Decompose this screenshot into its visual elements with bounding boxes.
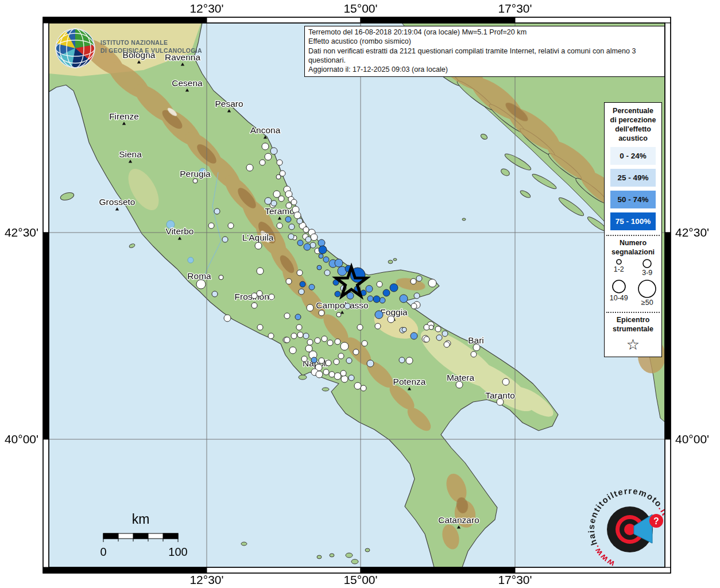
- report-point: [305, 345, 312, 352]
- report-point: [246, 164, 253, 171]
- report-point: [307, 339, 313, 345]
- report-point: [411, 332, 417, 339]
- legend-swatch-1: 25 - 49%: [610, 169, 656, 187]
- report-point: [336, 312, 341, 317]
- legend-size-label: ≥50: [633, 299, 662, 307]
- report-point: [228, 223, 234, 229]
- epicenter-star-glyph: ☆: [605, 337, 661, 352]
- axis-label-left: 42°30': [5, 226, 38, 239]
- report-point: [429, 325, 433, 330]
- report-point: [354, 382, 361, 389]
- report-point: [383, 289, 390, 296]
- report-point: [473, 344, 480, 351]
- report-point: [329, 372, 335, 377]
- report-point: [367, 296, 373, 301]
- report-point: [322, 336, 327, 342]
- earthquake-info-box: Terremoto del 16-08-2018 20:19:04 (ora l…: [304, 26, 665, 77]
- report-point: [400, 295, 408, 303]
- report-point: [428, 279, 436, 287]
- city-label-cesena: Cesena: [172, 78, 203, 88]
- report-point: [296, 324, 302, 330]
- city-label-roma: Roma: [187, 271, 211, 281]
- report-point: [319, 358, 324, 363]
- report-point: [324, 270, 330, 276]
- city-label-potenza: Potenza: [393, 377, 426, 386]
- report-point: [435, 326, 441, 332]
- report-point: [307, 304, 313, 311]
- city-label-catanzaro: Catanzaro: [438, 515, 479, 525]
- report-point: [300, 281, 305, 287]
- report-point: [502, 378, 509, 385]
- report-point: [268, 333, 274, 339]
- report-point: [362, 341, 367, 346]
- report-point: [317, 265, 322, 270]
- report-point: [326, 360, 331, 366]
- report-point: [278, 196, 284, 202]
- report-point: [295, 314, 301, 320]
- report-point: [388, 316, 394, 323]
- report-point: [251, 303, 257, 308]
- report-point: [406, 357, 413, 364]
- legend-size-label: 3-9: [633, 269, 662, 277]
- axis-label-top: 12°30': [189, 2, 223, 15]
- report-point: [311, 357, 317, 363]
- report-point: [335, 259, 343, 267]
- report-point: [289, 224, 295, 230]
- report-point: [416, 276, 422, 281]
- report-point: [284, 313, 290, 319]
- info-line-effect: Effetto acustico (rombo sismico): [308, 37, 661, 46]
- report-point: [341, 376, 348, 382]
- report-point: [270, 148, 277, 154]
- city-label-grosseto: Grosseto: [99, 197, 136, 207]
- report-point: [456, 381, 463, 388]
- report-point: [367, 360, 374, 367]
- report-point: [318, 239, 325, 246]
- axis-label-top: 15°00': [343, 2, 377, 15]
- report-point: [319, 246, 327, 254]
- report-point: [399, 357, 405, 363]
- report-point: [305, 237, 311, 242]
- report-point: [257, 324, 263, 330]
- report-point: [340, 370, 346, 376]
- city-label-matera: Matera: [447, 373, 475, 382]
- axis-label-right: 40°00': [675, 432, 709, 446]
- report-point: [327, 340, 333, 346]
- report-point: [297, 332, 303, 338]
- report-point: [340, 342, 349, 350]
- report-point: [260, 160, 265, 165]
- report-point: [375, 323, 381, 329]
- city-label-siena: Siena: [119, 149, 142, 159]
- info-line-updated: Aggiornato il: 17-12-2025 09:03 (ora loc…: [308, 65, 661, 74]
- report-point: [402, 327, 407, 332]
- report-point: [349, 375, 354, 381]
- report-point: [291, 199, 297, 205]
- city-label-viterbo: Viterbo: [166, 226, 194, 236]
- report-point: [288, 234, 294, 239]
- legend-epicenter-title: Epicentro strumentale: [605, 315, 661, 334]
- report-point: [411, 278, 416, 284]
- city-label-campobasso: Campobasso: [316, 300, 368, 310]
- report-point: [297, 270, 303, 276]
- report-point: [471, 351, 477, 357]
- city-label-bari: Bari: [468, 335, 484, 345]
- report-point: [373, 296, 380, 303]
- report-point: [297, 218, 303, 224]
- city-label-laquila: L'Aquila: [242, 233, 274, 242]
- legend-size-label: 1-2: [605, 266, 633, 274]
- city-label-pesaro: Pesaro: [215, 99, 243, 109]
- report-point: [222, 237, 228, 242]
- legend-divider-2: [606, 312, 660, 313]
- report-point: [414, 293, 420, 299]
- report-point: [323, 369, 329, 375]
- report-point: [334, 359, 339, 365]
- report-point: [377, 281, 382, 287]
- legend-size-circle: [643, 260, 651, 268]
- city-label-foggia: Foggia: [380, 307, 408, 317]
- report-point: [301, 356, 307, 362]
- city-label-firenze: Firenze: [109, 111, 139, 121]
- legend-size-circle: [613, 280, 625, 293]
- report-point: [251, 293, 257, 299]
- legend-size-classes: 1-23-910-49≥50: [605, 258, 661, 307]
- report-point: [299, 289, 304, 295]
- report-point: [297, 240, 303, 246]
